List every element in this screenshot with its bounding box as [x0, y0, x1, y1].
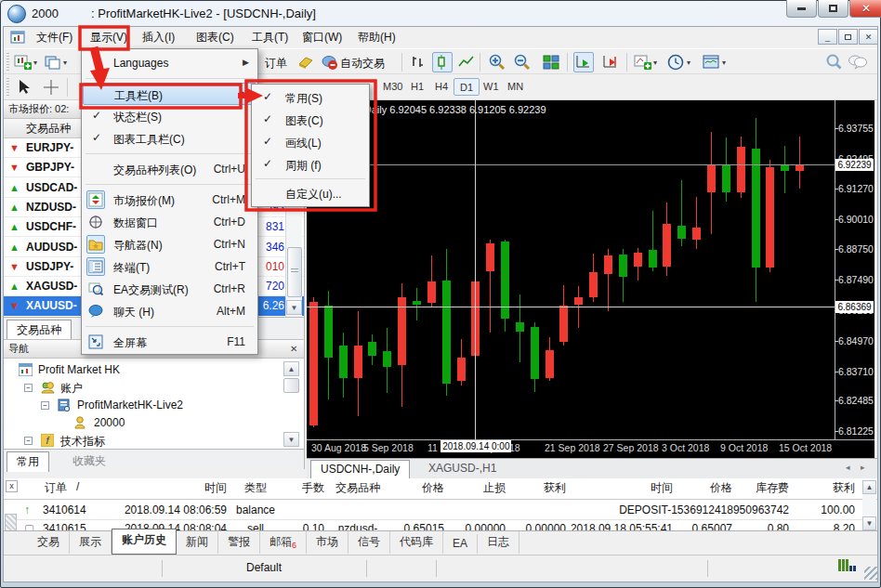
- menubar-item-5[interactable]: 窗口(W): [294, 28, 350, 47]
- view-menu-item-9[interactable]: 数据窗口Ctrl+D: [83, 211, 256, 233]
- terminal-tab-市场[interactable]: 市场: [307, 531, 348, 554]
- resize-grip[interactable]: [864, 567, 877, 580]
- navigator-item-4[interactable]: −f技术指标: [4, 432, 304, 450]
- minimize-button[interactable]: [786, 0, 817, 18]
- period-button-H4[interactable]: H4: [429, 78, 454, 96]
- tree-expander-icon[interactable]: −: [24, 437, 33, 445]
- tab-symbols[interactable]: 交易品种: [7, 320, 72, 340]
- new-order-button[interactable]: 订单: [265, 56, 287, 72]
- view-menu-item-10[interactable]: ★导航器(N)Ctrl+N: [83, 233, 256, 255]
- view-menu-item-2[interactable]: 工具栏(B)▶: [83, 83, 256, 105]
- column-header-2[interactable]: 类型: [231, 480, 280, 499]
- terminal-tab-EA[interactable]: EA: [443, 534, 478, 554]
- navigator-close-icon[interactable]: ✕: [290, 344, 297, 354]
- menubar-item-3[interactable]: 图表(C): [188, 28, 243, 47]
- navigator-item-0[interactable]: Profit Market HK: [4, 361, 304, 379]
- terminal-tab-信号[interactable]: 信号: [348, 531, 390, 554]
- view-menu-item-0[interactable]: Languages▶: [83, 52, 256, 74]
- news-icon[interactable]: [296, 52, 316, 72]
- navigator-item-3[interactable]: 20000: [4, 414, 304, 432]
- bar-chart-button[interactable]: [409, 52, 429, 72]
- navigator-scroll-up-button[interactable]: ▲: [283, 361, 299, 376]
- period-button-H1[interactable]: H1: [405, 78, 429, 96]
- toolbar-grip[interactable]: [7, 53, 9, 72]
- profiles-caret-icon[interactable]: ▾: [63, 59, 67, 67]
- view-menu-item-12[interactable]: EA交易测试(R)Ctrl+R: [83, 278, 256, 300]
- tree-expander-icon[interactable]: −: [24, 384, 33, 392]
- close-button[interactable]: ✕: [849, 0, 881, 18]
- column-header-1[interactable]: 时间: [123, 480, 227, 499]
- view-menu-item-8[interactable]: 市场报价(M)Ctrl+M: [83, 189, 256, 211]
- toolbars-submenu-item-0[interactable]: ✓常用(S): [253, 86, 368, 109]
- menubar-item-6[interactable]: 帮助(H): [349, 28, 404, 47]
- chart-tab-1[interactable]: XAGUSD-,H1: [419, 460, 506, 480]
- zoom-out-button[interactable]: [512, 52, 533, 72]
- navigator-item-1[interactable]: −账户: [4, 379, 304, 397]
- column-header-11[interactable]: 获利: [792, 480, 855, 499]
- chart-tabs-scroll-left-icon[interactable]: ◂: [846, 463, 850, 472]
- auto-scroll-button[interactable]: [573, 52, 594, 72]
- view-menu-item-6[interactable]: 交易品种列表(O)Ctrl+U: [83, 158, 256, 180]
- view-menu-item-3[interactable]: ✓状态栏(S): [83, 105, 256, 127]
- templates-caret-icon[interactable]: ▾: [722, 59, 726, 67]
- chart-tabs-scroll-right-icon[interactable]: ▸: [861, 463, 865, 472]
- column-header-10[interactable]: 库存费: [736, 480, 789, 499]
- toolbars-submenu-item-1[interactable]: ✓图表(C): [253, 109, 368, 131]
- crosshair-button[interactable]: [41, 77, 61, 98]
- view-menu-item-11[interactable]: 终端(T)Ctrl+T: [83, 255, 256, 278]
- chart-window[interactable]: USDCNH-,Daily 6.92045 6.92338 6.91205 6.…: [307, 100, 874, 458]
- terminal-tab-警报[interactable]: 警报: [218, 531, 260, 554]
- mdi-restore-button[interactable]: [838, 29, 858, 45]
- chart-shift-button[interactable]: [600, 52, 621, 72]
- terminal-scrollbar[interactable]: ▲ ▼: [862, 480, 876, 530]
- menubar-item-2[interactable]: 插入(I): [134, 28, 183, 47]
- new-chart-button[interactable]: [13, 52, 33, 72]
- column-header-7[interactable]: 获利: [508, 480, 566, 499]
- column-header-6[interactable]: 止损: [448, 480, 506, 499]
- cursor-button[interactable]: [13, 77, 33, 98]
- navigator-scrollbar-thumb[interactable]: [283, 378, 299, 393]
- mdi-minimize-button[interactable]: _: [818, 29, 837, 45]
- chat-icon[interactable]: [848, 52, 868, 72]
- navigator-tab-0[interactable]: 常用: [7, 451, 49, 472]
- terminal-tab-日志[interactable]: 日志: [478, 531, 519, 554]
- terminal-tab-交易[interactable]: 交易: [28, 531, 70, 554]
- indicators-caret-icon[interactable]: ▾: [653, 59, 657, 67]
- zoom-in-button[interactable]: [487, 52, 507, 72]
- toolbars-submenu-item-3[interactable]: ✓周期 (f): [253, 153, 368, 176]
- navigator-scroll-down-button[interactable]: ▼: [283, 432, 299, 447]
- period-button-MN[interactable]: MN: [502, 78, 529, 96]
- toolbars-submenu-item-2[interactable]: ✓画线(L): [253, 131, 368, 153]
- terminal-tab-代码库[interactable]: 代码库: [390, 531, 443, 554]
- column-header-4[interactable]: 交易品种: [327, 480, 388, 499]
- navigator-tab-1[interactable]: 收藏夹: [63, 451, 115, 472]
- indicators-button[interactable]: [633, 52, 653, 72]
- terminal-scroll-down-button[interactable]: ▼: [862, 516, 876, 530]
- periods-caret-icon[interactable]: ▾: [687, 59, 690, 67]
- new-chart-caret-icon[interactable]: ▾: [33, 59, 37, 67]
- column-header-8[interactable]: 时间: [569, 480, 673, 499]
- period-button-D1[interactable]: D1: [454, 78, 480, 96]
- terminal-tab-新闻[interactable]: 新闻: [177, 531, 218, 554]
- scrollbar-thumb[interactable]: [287, 247, 302, 297]
- terminal-tab-账户历史[interactable]: 账户历史: [112, 529, 177, 555]
- column-header-3[interactable]: 手数: [283, 480, 324, 499]
- profiles-button[interactable]: [43, 52, 63, 72]
- column-header-5[interactable]: 价格: [390, 480, 444, 499]
- restore-button[interactable]: [818, 0, 848, 18]
- menubar-item-1[interactable]: 显示(V): [82, 28, 136, 47]
- menubar-item-4[interactable]: 工具(T): [243, 28, 296, 47]
- templates-button[interactable]: [701, 52, 721, 72]
- period-button-M30[interactable]: M30: [377, 78, 408, 96]
- column-header-9[interactable]: 价格: [677, 480, 732, 499]
- terminal-tab-邮箱[interactable]: 邮箱6: [260, 531, 307, 554]
- view-menu-item-13[interactable]: 聊天 (H)Alt+M: [83, 300, 256, 322]
- period-button-W1[interactable]: W1: [478, 78, 505, 96]
- terminal-tab-展示[interactable]: 展示: [70, 531, 112, 554]
- line-chart-button[interactable]: [456, 52, 477, 72]
- periods-button[interactable]: [665, 52, 686, 72]
- tile-windows-button[interactable]: [541, 52, 561, 72]
- scrollbar-down-button[interactable]: ▼: [286, 300, 302, 315]
- toolbar-grip[interactable]: [7, 78, 9, 97]
- toolbars-submenu-item-5[interactable]: 自定义(u)...: [253, 182, 368, 204]
